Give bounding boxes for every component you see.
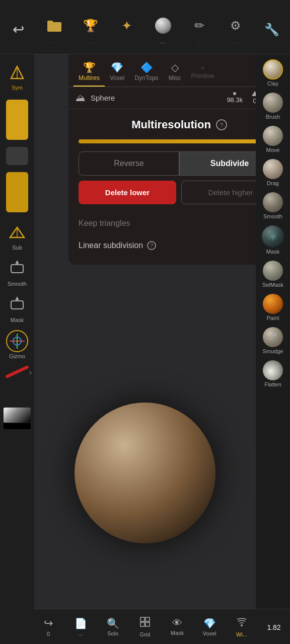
reverse-subdivide-row: Reverse Subdivide (68, 151, 256, 176)
sidebar-item-smooth[interactable]: Smooth (2, 255, 32, 290)
sub-label: Sub (12, 245, 22, 251)
reverse-button[interactable]: Reverse (79, 151, 179, 176)
panel-title: Multiresolution (131, 118, 211, 131)
right-tool-drag[interactable]: Drag (256, 156, 290, 189)
panel-help-button[interactable]: ? (216, 119, 227, 130)
tab-primitive[interactable]: ● Primitive (186, 60, 219, 85)
color-swatch-yellow[interactable] (6, 100, 28, 140)
misc-tab-label: Misc (169, 74, 181, 82)
voxel-bottom-label: Voxel (203, 630, 216, 636)
flatten-tool-label: Flatten (264, 381, 281, 387)
grid-label: Grid (140, 631, 151, 637)
top-tool-layers[interactable]: 🏆 ... (80, 15, 102, 44)
mask-left-label: Mask (11, 317, 24, 323)
svg-rect-13 (140, 622, 144, 626)
right-sidebar: Clay Brush Move Drag Smooth Mask (256, 54, 290, 644)
right-tool-paint[interactable]: Paint (256, 291, 290, 324)
bottom-tool-wi[interactable]: Wi... (229, 616, 254, 637)
svg-point-15 (241, 624, 243, 626)
canvas-area[interactable]: 🏆 Multires 💎 Voxel 🔷 DynTopo ◇ Misc ● (34, 54, 256, 644)
color-swatch-dark[interactable] (6, 147, 28, 165)
bottom-tool-grid[interactable]: Grid (132, 616, 158, 637)
svg-rect-7 (11, 301, 23, 309)
color-swatch-yellow2[interactable] (6, 172, 28, 212)
stroke-area[interactable]: › (2, 365, 33, 406)
document-dots: ... (78, 630, 83, 636)
tab-multires[interactable]: 🏆 Multires (74, 58, 105, 87)
right-tool-move[interactable]: Move (256, 123, 290, 156)
bottom-numeric-value: 1.82 (267, 623, 280, 631)
dyntopo-tab-label: DynTopo (134, 74, 158, 82)
mask-tool-icon (262, 225, 284, 248)
sidebar-item-sym[interactable]: Sym (2, 58, 32, 94)
delete-higher-button[interactable]: Delete higher (181, 181, 256, 204)
wi-icon (236, 616, 247, 630)
sidebar-item-gizmo[interactable]: Gizmo (2, 327, 32, 362)
right-tool-smooth[interactable]: Smooth (256, 189, 290, 222)
svg-marker-6 (15, 261, 19, 264)
wi-label: Wi... (236, 631, 247, 637)
sphere-3d (75, 403, 215, 543)
keep-triangles-label: Keep triangles (79, 219, 130, 228)
drag-tool-label: Drag (267, 180, 279, 186)
flatten-tool-icon (263, 360, 283, 380)
tab-misc[interactable]: ◇ Misc (164, 58, 186, 87)
right-tool-clay[interactable]: Clay (256, 56, 290, 90)
smudge-tool-icon (263, 327, 283, 347)
top-tool-wrench[interactable]: 🔧 (261, 19, 283, 41)
brush-swatch[interactable] (4, 408, 31, 430)
top-tool-material[interactable]: ... (152, 15, 174, 44)
bottom-value-display: 1.82 (261, 622, 286, 631)
bottom-tool-document[interactable]: 📄 ... (68, 617, 93, 636)
bottom-tool-mask[interactable]: 👁 Mask (165, 617, 190, 636)
multires-tab-icon: 🏆 (83, 61, 96, 73)
redo-icon: ↪ (44, 617, 53, 630)
linear-subdivision-help[interactable]: ? (147, 241, 156, 250)
sidebar-item-sub[interactable]: Sub (2, 218, 32, 254)
stat-triangles-value: 0 (253, 97, 256, 105)
bottom-toolbar: ↩ 3 ↪ 0 📄 ... 🔍 Solo Grid 👁 Mask 💎 Voxel (0, 609, 290, 644)
multiresolution-slider[interactable] (68, 137, 256, 151)
stat-triangles: 0 (252, 91, 256, 105)
top-tool-folder[interactable]: ... (43, 15, 65, 44)
selmask-tool-label: SelMask (262, 282, 283, 288)
main-area: Sym Sub (0, 54, 290, 644)
top-tool-settings[interactable]: ⚙ ... (225, 15, 247, 44)
sidebar-item-mask-left[interactable]: Mask (2, 291, 32, 326)
sidebar-color-swatches (6, 97, 28, 215)
keep-triangles-row: Keep triangles (68, 212, 256, 234)
top-tool-lighting[interactable]: ✦ ... (116, 15, 138, 44)
bottom-tool-redo[interactable]: ↪ 0 (36, 617, 61, 637)
top-tool-pen[interactable]: ✏ ... (188, 15, 210, 44)
voxel-bottom-icon: 💎 (203, 617, 216, 629)
right-tool-brush[interactable]: Brush (256, 90, 290, 123)
top-tool-back[interactable]: ↩ (7, 19, 29, 41)
delete-lower-button[interactable]: Delete lower (79, 181, 176, 204)
right-tool-mask[interactable]: Mask (256, 222, 290, 258)
bottom-tool-voxel[interactable]: 💎 Voxel (197, 617, 222, 636)
brush-tool-icon (263, 93, 283, 113)
document-icon: 📄 (75, 617, 87, 629)
dyntopo-tab-icon: 🔷 (140, 61, 153, 73)
panel-title-row: Multiresolution ? (68, 109, 256, 137)
slider-track (79, 139, 256, 143)
right-tool-flatten[interactable]: Flatten (256, 357, 290, 390)
move-tool-label: Move (266, 147, 280, 153)
brush-tool-label: Brush (266, 114, 280, 120)
mesh-stats: 98.3k 0 98.3k (227, 91, 256, 105)
mesh-icon: ⛰ (76, 92, 86, 104)
clay-tool-icon (263, 59, 283, 79)
linear-subdivision-row: Linear subdivision ? (68, 234, 256, 257)
stat-triangle-icon (252, 91, 256, 96)
tab-dyntopo[interactable]: 🔷 DynTopo (129, 58, 163, 87)
bottom-tool-solo[interactable]: 🔍 Solo (100, 617, 125, 636)
right-tool-smudge[interactable]: Smudge (256, 324, 290, 357)
subdivide-button[interactable]: Subdivide (179, 151, 256, 176)
drag-tool-icon (263, 159, 283, 179)
left-sidebar: Sym Sub (0, 54, 34, 644)
svg-marker-9 (15, 297, 19, 300)
tab-voxel[interactable]: 💎 Voxel (105, 58, 129, 87)
voxel-tab-label: Voxel (110, 74, 124, 82)
right-tool-selmask[interactable]: SelMask (256, 258, 290, 291)
sym-label: Sym (12, 85, 23, 91)
